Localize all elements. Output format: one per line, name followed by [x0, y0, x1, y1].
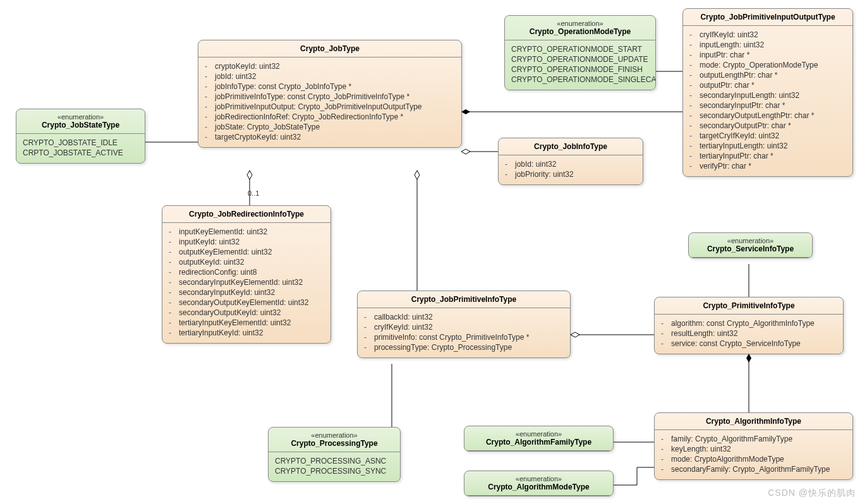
stereotype: «enumeration»	[275, 431, 394, 439]
stereotype: «enumeration»	[695, 237, 806, 244]
class-crypto-serviceinfotype: «enumeration» Crypto_ServiceInfoType	[688, 232, 813, 258]
attribute: -mode: Crypto_OperationModeType	[689, 60, 846, 70]
class-name: Crypto_OperationModeType	[511, 27, 649, 36]
attribute: -outputLengthPtr: char *	[689, 70, 846, 80]
attribute: -jobInfoType: const Crypto_JobInfoType *	[205, 81, 455, 92]
class-name: Crypto_AlgorithmInfoType	[661, 417, 846, 426]
attribute: -callbackId: uint32	[364, 312, 564, 322]
attribute: -inputKeyElementId: uint32	[169, 227, 324, 237]
attribute: -jobPrimitiveInfoType: const Crypto_JobP…	[205, 92, 455, 102]
class-name: Crypto_JobRedirectionInfoType	[169, 210, 324, 219]
enum-literal: CRPTO_JOBSTATE_ACTIVE	[23, 148, 138, 158]
stereotype: «enumeration»	[23, 113, 138, 121]
class-name: Crypto_JobStateType	[23, 121, 138, 129]
attribute: -tertiaryInputPtr: char *	[689, 151, 846, 161]
class-crypto-jobprimitiveinputoutputtype: Crypto_JobPrimitiveInputOutputType -cryI…	[682, 8, 853, 177]
class-name: Crypto_JobPrimitiveInputOutputType	[689, 13, 846, 21]
attribute: -inputLength: uint32	[689, 40, 846, 50]
attribute: -keyLength: uint32	[661, 444, 846, 454]
attribute: -secondaryOutputLengthPtr: char *	[689, 111, 846, 121]
enum-literal: CRYPTO_OPERATIONMODE_FINISH	[511, 64, 649, 75]
attribute: -verifyPtr: char *	[689, 161, 846, 171]
attribute: -secondaryOutputKeyElementId: uint32	[169, 297, 324, 308]
multiplicity-0-1: 0..1	[248, 189, 259, 197]
attribute: -jobRedirectionInfoRef: Crypto_JobRedire…	[205, 112, 455, 122]
attribute: -outputKeyId: uint32	[169, 257, 324, 267]
class-name: Crypto_AlgorithmFamilyType	[471, 438, 607, 447]
attribute: -redirectionConfig: uint8	[169, 267, 324, 277]
stereotype: «enumeration»	[471, 430, 607, 438]
attribute: -jobState: Crypto_JobStateType	[205, 122, 455, 132]
class-crypto-operationmodetype: «enumeration» Crypto_OperationModeType C…	[504, 15, 656, 90]
class-name: Crypto_JobPrimitiveInfoType	[364, 295, 564, 304]
stereotype: «enumeration»	[511, 20, 649, 27]
attribute: -inputPtr: char *	[689, 50, 846, 60]
enum-literal: CRYPTO_OPERATIONMODE_START	[511, 44, 649, 54]
class-crypto-algorithmmodetype: «enumeration» Crypto_AlgorithmModeType	[464, 471, 614, 496]
attribute: -service: const Crypto_ServiceInfoType	[661, 339, 837, 349]
attribute: -resultLength: uint32	[661, 328, 837, 339]
class-name: Crypto_AlgorithmModeType	[471, 483, 607, 491]
attribute: -cryIfKeyId: uint32	[364, 322, 564, 332]
class-name: Crypto_JobType	[205, 44, 455, 53]
class-name: Crypto_ProcessingType	[275, 439, 394, 448]
class-crypto-jobstatetype: «enumeration» Crypto_JobStateType CRYPTO…	[16, 109, 145, 164]
attribute: -tertiaryInputKeyElementId: uint32	[169, 318, 324, 328]
class-name: Crypto_JobInfoType	[505, 142, 636, 151]
class-crypto-jobinfotype: Crypto_JobInfoType -jobId: uint32 -jobPr…	[498, 138, 643, 185]
attribute: -targetCryIfKeyId: uint32	[689, 131, 846, 141]
diagram-canvas: 0..1 «enumeration» Crypto_JobStateType C…	[0, 0, 867, 504]
attribute: -algorithm: const Crypto_AlgorithmInfoTy…	[661, 318, 837, 328]
attribute: -secondaryFamily: Crypto_AlgorithmFamily…	[661, 464, 846, 474]
attribute: -cryptoKeyId: uint32	[205, 61, 455, 71]
enum-literal: CRYPTO_OPERATIONMODE_SINGLECALL	[511, 75, 649, 85]
attribute: -family: Crypto_AlgorithmFamilyType	[661, 434, 846, 444]
enum-literal: CRYPTO_OPERATIONMODE_UPDATE	[511, 54, 649, 64]
attribute: -jobPriority: uint32	[505, 169, 636, 179]
attribute: -processingType: Crypto_ProcessingType	[364, 342, 564, 352]
attribute: -secondaryOutputKeyId: uint32	[169, 308, 324, 318]
enum-literal: CRYPTO_JOBSTATE_IDLE	[23, 138, 138, 148]
attribute: -mode: CryptoAlgorithmModeType	[661, 454, 846, 464]
class-crypto-algorithminfotype: Crypto_AlgorithmInfoType -family: Crypto…	[654, 412, 853, 480]
class-crypto-jobprimitiveinfotype: Crypto_JobPrimitiveInfoType -callbackId:…	[357, 291, 571, 358]
attribute: -secondaryInputKeyElementId: uint32	[169, 277, 324, 287]
class-crypto-primitiveinfotype: Crypto_PrimitiveInfoType -algorithm: con…	[654, 297, 844, 354]
attribute: -targetCryptoKeyId: uint32	[205, 132, 455, 142]
attribute: -tertiaryInputKeyId: uint32	[169, 328, 324, 338]
attribute: -jobPrimitiveInputOutput: Crypto_JobPrim…	[205, 102, 455, 112]
class-crypto-algorithmfamilytype: «enumeration» Crypto_AlgorithmFamilyType	[464, 426, 614, 452]
attribute: -outputKeyElementId: uint32	[169, 247, 324, 257]
attribute: -jobId: uint32	[505, 159, 636, 169]
class-crypto-jobtype: Crypto_JobType -cryptoKeyId: uint32 -job…	[198, 40, 462, 148]
attr-list: -cryptoKeyId: uint32 -jobId: uint32 -job…	[198, 57, 461, 147]
attribute: -primitiveInfo: const Crypto_PrimitiveIn…	[364, 332, 564, 342]
watermark: CSDN @快乐的肌肉	[768, 488, 856, 499]
class-name: Crypto_ServiceInfoType	[695, 244, 806, 253]
attribute: -jobId: uint32	[205, 71, 455, 81]
class-crypto-processingtype: «enumeration» Crypto_ProcessingType CRYP…	[268, 427, 401, 482]
class-name: Crypto_PrimitiveInfoType	[661, 301, 837, 310]
attribute: -secondaryInputPtr: char *	[689, 100, 846, 111]
attribute: -secondaryInputLength: uint32	[689, 90, 846, 100]
enum-literal: CRYPTO_PROCESSING_ASNC	[275, 456, 394, 466]
attribute: -inputKeyId: uint32	[169, 237, 324, 247]
attribute: -tertiaryInputLength: uint32	[689, 141, 846, 151]
class-crypto-jobredirectioninfotype: Crypto_JobRedirectionInfoType -inputKeyE…	[162, 205, 331, 344]
stereotype: «enumeration»	[471, 475, 607, 483]
attribute: -secondaryOutputPtr: char *	[689, 121, 846, 131]
attribute: -secondaryInputKeyId: uint32	[169, 287, 324, 297]
attribute: -cryIfKeyId: uint32	[689, 30, 846, 40]
enum-literal: CRYPTO_PROCESSING_SYNC	[275, 466, 394, 476]
attribute: -outputPtr: char *	[689, 80, 846, 90]
